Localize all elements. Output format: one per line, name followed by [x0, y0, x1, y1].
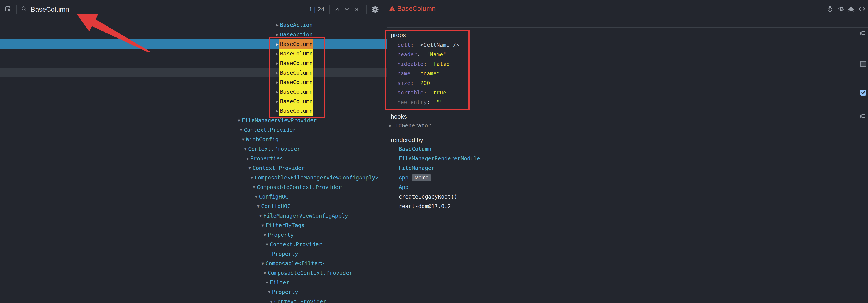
component-name[interactable]: BaseColumn: [279, 68, 313, 78]
collapse-arrow-icon[interactable]: ▾: [267, 289, 272, 295]
copy-props-icon[interactable]: [860, 31, 866, 37]
tree-row[interactable]: ▾Filter: [0, 278, 387, 287]
component-name[interactable]: BaseColumn: [279, 78, 313, 87]
collapse-arrow-icon[interactable]: ▾: [260, 222, 266, 228]
tree-row[interactable]: ▾Context.Provider: [0, 125, 387, 134]
component-name[interactable]: Filter: [270, 279, 289, 286]
component-name[interactable]: BaseColumn: [279, 96, 313, 106]
collapse-arrow-icon[interactable]: ▾: [240, 137, 246, 142]
tree-row[interactable]: ▾Context.Provider: [0, 163, 387, 173]
rendered-by-row[interactable]: FileManagerRendererModule: [387, 154, 868, 163]
prop-value[interactable]: true: [433, 90, 446, 96]
component-name[interactable]: WithConfig: [246, 136, 279, 143]
component-name[interactable]: Context.Provider: [270, 241, 322, 247]
tree-row[interactable]: ▾Properties: [0, 154, 387, 163]
component-name[interactable]: BaseColumn: [279, 106, 313, 116]
expand-arrow-icon[interactable]: ▸: [274, 22, 280, 28]
prop-value[interactable]: "name": [420, 70, 440, 77]
owner-link[interactable]: BaseColumn: [399, 146, 431, 152]
component-name[interactable]: FileManagerViewProvider: [242, 117, 317, 124]
component-name[interactable]: BaseColumn: [279, 58, 313, 68]
component-name[interactable]: Property: [272, 289, 298, 295]
tree-row[interactable]: ▸BaseColumn: [0, 49, 387, 58]
collapse-arrow-icon[interactable]: ▾: [255, 204, 261, 209]
component-name[interactable]: FileManagerViewConfigApply: [264, 213, 348, 219]
tree-row[interactable]: ▾WithConfig: [0, 134, 387, 144]
tree-row[interactable]: ▾ComposableContext.Provider: [0, 268, 387, 278]
tree-row[interactable]: ▸BaseColumn: [0, 58, 387, 68]
component-name[interactable]: BaseAction: [280, 31, 313, 38]
tree-row[interactable]: ▾Composable<FileManagerViewConfigApply>: [0, 173, 387, 182]
prop-checkbox-checked[interactable]: [860, 90, 866, 96]
collapse-arrow-icon[interactable]: ▾: [249, 175, 255, 180]
tree-row[interactable]: ▾FilterByTags: [0, 220, 387, 230]
tree-row[interactable]: ▸BaseAction: [0, 30, 387, 39]
collapse-arrow-icon[interactable]: ▾: [264, 242, 270, 247]
tree-row[interactable]: ▸BaseColumn: [0, 68, 387, 78]
component-name[interactable]: Composable<Filter>: [266, 260, 324, 267]
expand-arrow-icon[interactable]: ▸: [387, 123, 395, 128]
component-name[interactable]: ComposableContext.Provider: [268, 270, 352, 276]
prop-value[interactable]: 200: [420, 80, 430, 86]
tree-row[interactable]: ▾Context.Provider: [0, 240, 387, 249]
component-name[interactable]: BaseColumn: [279, 87, 313, 97]
component-name[interactable]: Context.Provider: [252, 165, 305, 171]
tree-row[interactable]: ▸BaseColumn: [0, 39, 387, 49]
tree-row[interactable]: ▾Property: [0, 230, 387, 240]
clear-search-icon[interactable]: [354, 6, 360, 12]
stopwatch-icon[interactable]: [827, 6, 833, 12]
settings-gear-icon[interactable]: [372, 6, 378, 13]
tree-row[interactable]: ▾FileManagerViewProvider: [0, 116, 387, 125]
owner-link[interactable]: FileManagerRendererModule: [399, 155, 480, 162]
rendered-by-row[interactable]: FileManager: [387, 163, 868, 173]
component-name[interactable]: Property: [268, 232, 294, 238]
collapse-arrow-icon[interactable]: ▾: [243, 146, 248, 152]
collapse-arrow-icon[interactable]: ▾: [260, 261, 266, 266]
component-name[interactable]: BaseColumn: [279, 49, 313, 59]
tree-row[interactable]: ▾ConfigHOC: [0, 192, 387, 201]
collapse-arrow-icon[interactable]: ▾: [269, 299, 274, 303]
component-name[interactable]: ConfigHOC: [261, 203, 290, 209]
component-name[interactable]: BaseColumn: [279, 39, 313, 49]
collapse-arrow-icon[interactable]: ▾: [262, 270, 268, 276]
tree-row[interactable]: ▸BaseColumn: [0, 87, 387, 96]
collapse-arrow-icon[interactable]: ▾: [247, 165, 252, 171]
copy-hooks-icon[interactable]: [860, 114, 866, 120]
rendered-by-row[interactable]: BaseColumn: [387, 144, 868, 154]
collapse-arrow-icon[interactable]: ▾: [238, 127, 244, 133]
search-input[interactable]: [30, 4, 287, 15]
prop-value[interactable]: "": [437, 99, 443, 105]
collapse-arrow-icon[interactable]: ▾: [236, 118, 242, 123]
collapse-arrow-icon[interactable]: ▾: [264, 280, 270, 285]
inspect-element-icon[interactable]: [5, 6, 11, 12]
component-name[interactable]: BaseAction: [280, 22, 313, 28]
rendered-by-row[interactable]: App: [387, 182, 868, 192]
tree-row[interactable]: ▾FileManagerViewConfigApply: [0, 211, 387, 220]
eye-icon[interactable]: [838, 6, 845, 12]
prop-value[interactable]: "Name": [427, 51, 446, 58]
component-name[interactable]: Context.Provider: [274, 298, 327, 303]
component-name[interactable]: Properties: [250, 155, 283, 162]
tree-row[interactable]: ▾Composable<Filter>: [0, 259, 387, 268]
chevron-up-icon[interactable]: [334, 6, 340, 12]
tree-row[interactable]: ▸BaseColumn: [0, 96, 387, 106]
tree-row[interactable]: ▸BaseColumn: [0, 78, 387, 87]
view-source-icon[interactable]: [858, 6, 865, 12]
owner-link[interactable]: App: [399, 175, 408, 181]
component-name[interactable]: Property: [272, 251, 298, 257]
component-name[interactable]: Context.Provider: [244, 127, 296, 133]
prop-value[interactable]: false: [433, 61, 450, 67]
component-name[interactable]: ComposableContext.Provider: [257, 184, 342, 190]
tree-row[interactable]: ▾Context.Provider: [0, 297, 387, 303]
prop-checkbox-unchecked[interactable]: [860, 61, 866, 67]
tree-row[interactable]: ▾ConfigHOC: [0, 201, 387, 211]
component-name[interactable]: ConfigHOC: [259, 193, 288, 200]
tree-row[interactable]: ▸BaseAction: [0, 20, 387, 30]
prop-value[interactable]: <CellName />: [420, 42, 459, 48]
tree-row[interactable]: ▾Property: [0, 287, 387, 297]
component-name[interactable]: Composable<FileManagerViewConfigApply>: [255, 175, 378, 181]
hook-row[interactable]: ▸IdGenerator:: [387, 121, 868, 130]
component-name[interactable]: FilterByTags: [266, 222, 305, 229]
owner-link[interactable]: FileManager: [399, 165, 435, 171]
tree-row[interactable]: Property: [0, 249, 387, 259]
